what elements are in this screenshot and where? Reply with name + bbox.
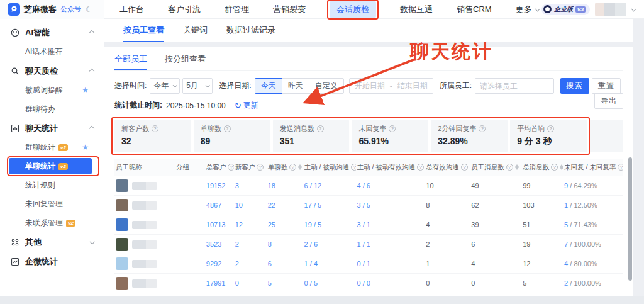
dark-mode-icon[interactable]: ☾ (86, 5, 92, 14)
favorite-star-icon[interactable]: ★ (82, 86, 89, 94)
active-passive-valid-value[interactable]: 0 / 1 (356, 260, 425, 267)
info-icon[interactable]: ? (506, 164, 513, 171)
nav-item-customer-acquisition[interactable]: 客户引流 (168, 4, 201, 15)
custom-range-button[interactable]: 自定义 (309, 78, 344, 94)
nav-item-sales-crm[interactable]: 销售CRM (457, 4, 492, 15)
active-passive-value[interactable]: 6 / 12 (303, 182, 356, 189)
reset-button[interactable]: 重置 (592, 78, 621, 94)
refresh-link[interactable]: 更新 (243, 100, 258, 111)
month-select[interactable]: 5月 (182, 78, 213, 94)
unreplied-count[interactable]: 2 (564, 279, 568, 287)
nav-item-data-interchange[interactable]: 数据互通 (400, 4, 433, 15)
unreplied-count[interactable]: 1 (564, 201, 568, 209)
info-icon[interactable]: ? (417, 164, 424, 171)
export-button[interactable]: 导出 (594, 93, 623, 109)
chats-value[interactable]: 5 (267, 279, 303, 287)
subtab-all-staff[interactable]: 全部员工 (114, 53, 147, 70)
info-icon[interactable]: ? (152, 125, 158, 132)
new-customers-value[interactable]: 2 (234, 260, 267, 267)
chats-value[interactable]: 18 (267, 182, 303, 189)
total-customers-value[interactable]: 3523 (205, 240, 234, 248)
info-icon[interactable]: ? (257, 164, 264, 171)
info-icon[interactable]: ? (224, 125, 231, 132)
sidebar-item-ai-script[interactable]: AI话术推荐 (0, 42, 104, 61)
unreplied-count[interactable]: 5 (564, 221, 568, 228)
tab-by-staff[interactable]: 按员工查看 (123, 19, 164, 42)
total-customers-value[interactable]: 9292 (205, 260, 234, 267)
tab-keywords[interactable]: 关键词 (183, 19, 208, 42)
nav-item-workbench[interactable]: 工作台 (119, 4, 144, 15)
info-icon[interactable]: ? (228, 164, 233, 171)
tab-data-filter-log[interactable]: 数据过滤记录 (226, 19, 275, 42)
info-icon[interactable]: ? (547, 125, 554, 132)
active-passive-value[interactable]: 2 / 6 (303, 240, 356, 248)
search-button[interactable]: 搜索 (560, 78, 589, 94)
info-icon[interactable]: ? (351, 164, 355, 171)
user-avatar[interactable] (595, 3, 626, 16)
active-passive-value[interactable]: 0 / 5 (303, 279, 356, 287)
total-customers-value[interactable]: 19152 (205, 182, 234, 189)
sidebar-item-single-chat-stats[interactable]: 单聊统计v2 (9, 158, 92, 174)
info-icon[interactable]: ? (317, 125, 324, 132)
sidebar-section-chat-qc[interactable]: 聊天质检 (0, 61, 104, 81)
sort-icon[interactable] (515, 164, 519, 170)
active-passive-valid-value[interactable]: 4 / 6 (356, 182, 425, 189)
date-range-input[interactable]: 开始日期 - 结束日期 (349, 78, 433, 94)
sort-icon[interactable] (298, 164, 302, 170)
table-row[interactable]: 10713 12 25 19 / 5 3 / 1 4 39 51 5 / 71.… (114, 215, 623, 235)
table-row[interactable]: 17991 0 5 0 / 5 0 / 0 0 0 5 2 / 100.00% (114, 274, 623, 293)
staff-select-input[interactable] (475, 78, 554, 94)
active-passive-value[interactable]: 17 / 5 (303, 201, 356, 209)
sidebar-item-uncontacted-management[interactable]: 未联系管理v2 (0, 213, 104, 232)
nav-item-marketing-fission[interactable]: 营销裂变 (273, 4, 306, 15)
info-icon[interactable]: ? (461, 164, 468, 171)
info-icon[interactable]: ? (479, 125, 486, 132)
favorite-star-icon[interactable]: ★ (82, 143, 89, 152)
sidebar-item-stats-rules[interactable]: 统计规则 (0, 176, 104, 194)
subtab-by-group[interactable]: 按分组查看 (165, 53, 206, 70)
info-icon[interactable]: ? (289, 164, 296, 171)
chats-value[interactable]: 22 (267, 201, 303, 209)
active-passive-value[interactable]: 19 / 5 (303, 221, 356, 228)
unreplied-count[interactable]: 7 (564, 240, 568, 248)
user-menu-chevron-icon[interactable] (631, 6, 636, 11)
refresh-icon[interactable]: ↻ (235, 101, 242, 110)
active-passive-value[interactable]: 1 / 4 (303, 260, 356, 267)
info-icon[interactable]: ? (389, 125, 396, 132)
nav-item-more[interactable]: 更多 (516, 4, 539, 15)
table-row[interactable]: 9292 2 6 1 / 4 0 / 1 1 4 12 4 / 80.00% (114, 254, 623, 274)
unreplied-count[interactable]: 4 (564, 260, 568, 267)
sidebar-item-group-todo[interactable]: 群聊待办 (0, 99, 104, 118)
year-select[interactable]: 今年 (150, 78, 180, 94)
table-row[interactable]: 19152 3 18 6 / 12 4 / 6 10 49 99 9 / 64.… (114, 176, 623, 196)
new-customers-value[interactable]: 2 (234, 240, 267, 248)
active-passive-valid-value[interactable]: 3 / 5 (356, 201, 425, 209)
nav-item-group-management[interactable]: 群管理 (225, 4, 249, 15)
yesterday-button[interactable]: 昨天 (282, 78, 309, 94)
total-customers-value[interactable]: 10713 (205, 221, 234, 228)
sidebar-item-group-chat-stats[interactable]: 群聊统计v2★ (0, 138, 104, 157)
active-passive-valid-value[interactable]: 3 / 1 (356, 221, 425, 228)
new-customers-value[interactable]: 3 (234, 182, 267, 189)
sidebar-section-wework-stats[interactable]: 企微统计 (0, 252, 104, 271)
total-customers-value[interactable]: 17991 (205, 279, 234, 287)
sidebar-item-unreplied-management[interactable]: 未回复管理 (0, 194, 104, 213)
sidebar-section-other[interactable]: 其他 (0, 232, 104, 252)
sidebar-section-ai[interactable]: AI智能 (0, 23, 104, 42)
nav-item-session-qc[interactable]: 会话质检 (330, 1, 376, 18)
table-row[interactable]: 3523 2 8 2 / 6 1 / 1 2 6 19 7 / 100.00% (114, 235, 623, 254)
new-customers-value[interactable]: 0 (234, 279, 267, 287)
chats-value[interactable]: 6 (267, 260, 303, 267)
sidebar-section-chat-stats[interactable]: 聊天统计 (0, 118, 104, 138)
sidebar-item-sensitive-words[interactable]: 敏感词提醒★ (0, 81, 104, 99)
active-passive-valid-value[interactable]: 1 / 1 (356, 240, 425, 248)
chats-value[interactable]: 8 (267, 240, 303, 248)
total-customers-value[interactable]: 4867 (205, 201, 234, 209)
account-type-link[interactable]: 公众号 (60, 4, 81, 14)
new-customers-value[interactable]: 12 (234, 221, 267, 228)
active-passive-valid-value[interactable]: 0 / 0 (356, 279, 425, 287)
today-button[interactable]: 今天 (255, 78, 282, 94)
table-scrollbar[interactable] (628, 157, 632, 281)
chats-value[interactable]: 25 (267, 221, 303, 228)
new-customers-value[interactable]: 10 (234, 201, 267, 209)
